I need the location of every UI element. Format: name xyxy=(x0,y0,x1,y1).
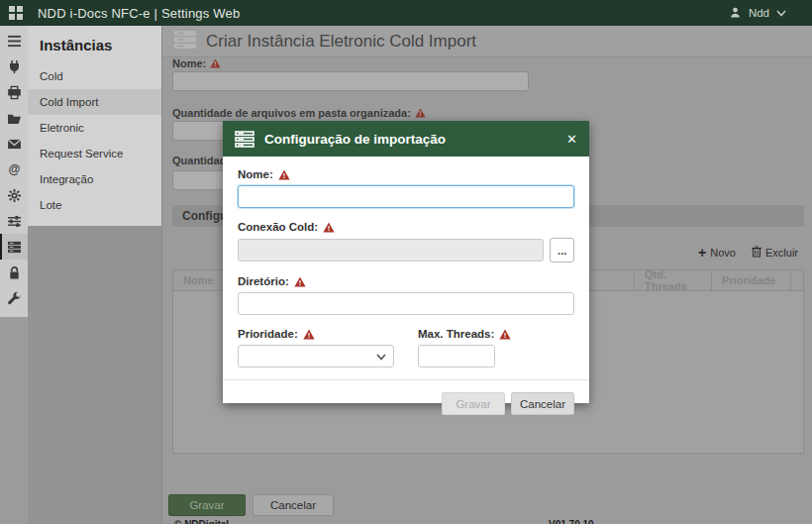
required-warning-icon: ! xyxy=(294,276,306,287)
column-header-empty xyxy=(791,270,803,290)
required-warning-icon: ! xyxy=(415,108,426,118)
modal-header: Configuração de importação ✕ xyxy=(223,121,589,157)
modal-server-icon xyxy=(235,131,254,148)
svg-text:!: ! xyxy=(215,60,217,67)
svg-text:!: ! xyxy=(504,331,507,340)
sidebar-item-request-service[interactable]: Request Service xyxy=(28,141,161,166)
envelope-icon[interactable] xyxy=(0,131,28,157)
user-name: Ndd xyxy=(749,7,769,19)
icon-rail: @ xyxy=(0,26,28,524)
column-header-prioridade[interactable]: Prioridade xyxy=(712,270,791,290)
sidebar-title: Instâncias xyxy=(28,26,161,63)
trash-icon xyxy=(752,246,761,260)
nome-input[interactable] xyxy=(172,71,529,91)
svg-text:!: ! xyxy=(328,224,331,233)
qtd-arquivos-label: Quantidade de arquivos em pasta organiza… xyxy=(172,107,426,119)
cancelar-button[interactable]: Cancelar xyxy=(253,494,334,516)
plus-icon: + xyxy=(698,246,706,260)
browse-button[interactable]: ... xyxy=(550,238,574,262)
sidebar-item-cold[interactable]: Cold xyxy=(28,63,161,89)
modal-max-threads-label: Max. Threads: ! xyxy=(418,328,511,340)
svg-text:!: ! xyxy=(307,331,310,340)
modal-diretorio-label: Diretório: ! xyxy=(238,275,574,287)
footer-version: V01.70.10 xyxy=(549,519,594,524)
folder-icon[interactable] xyxy=(0,105,28,131)
modal-cancelar-button[interactable]: Cancelar xyxy=(511,392,574,415)
sidebar-item-lote[interactable]: Lote xyxy=(28,192,161,218)
nome-label: Nome: ! xyxy=(172,57,221,69)
modal-gravar-button[interactable]: Gravar xyxy=(442,392,505,415)
top-bar: NDD i-Docs NFC-e | Settings Web Ndd xyxy=(0,0,812,26)
modal-prioridade-label: Prioridade: ! xyxy=(238,328,394,340)
sidebar-item-integracao[interactable]: Integração xyxy=(28,166,161,192)
app-grid-logo-icon[interactable] xyxy=(9,6,24,21)
prioridade-select[interactable] xyxy=(238,345,394,367)
footer-copyright: © NDDigital xyxy=(174,519,229,524)
novo-button[interactable]: + Novo xyxy=(698,246,736,260)
column-header-qtd-threads[interactable]: Qtd. Threads xyxy=(635,270,712,290)
modal-conexao-input xyxy=(238,239,544,262)
wrench-icon[interactable] xyxy=(0,285,28,311)
svg-text:!: ! xyxy=(299,278,302,287)
required-warning-icon: ! xyxy=(210,58,221,68)
sidebar: Instâncias Cold Cold Import Eletronic Re… xyxy=(28,26,162,524)
modal-conexao-label: Conexão Cold: ! xyxy=(238,221,574,233)
lock-icon[interactable] xyxy=(0,260,28,285)
excluir-button[interactable]: Excluir xyxy=(752,246,798,260)
menu-toggle-icon[interactable] xyxy=(0,28,28,53)
sliders-icon[interactable] xyxy=(0,208,28,234)
required-warning-icon: ! xyxy=(323,222,335,233)
svg-text:!: ! xyxy=(283,171,286,180)
modal-nome-input[interactable] xyxy=(238,185,574,208)
at-icon[interactable]: @ xyxy=(0,157,28,182)
gear-icon[interactable] xyxy=(0,182,28,208)
import-config-modal: Configuração de importação ✕ Nome: ! Con… xyxy=(223,121,589,403)
user-chevron-down-icon xyxy=(776,7,786,19)
app-title: NDD i-Docs NFC-e | Settings Web xyxy=(38,6,240,21)
sidebar-item-eletronic[interactable]: Eletronic xyxy=(28,115,161,141)
modal-title: Configuração de importação xyxy=(264,132,446,147)
sidebar-item-cold-import[interactable]: Cold Import xyxy=(28,89,161,115)
user-icon xyxy=(729,6,742,21)
chevron-down-icon xyxy=(376,354,386,361)
svg-text:@: @ xyxy=(8,162,20,176)
max-threads-input[interactable] xyxy=(418,345,495,367)
close-icon[interactable]: ✕ xyxy=(566,132,577,147)
plug-icon[interactable] xyxy=(0,53,28,79)
svg-text:!: ! xyxy=(419,110,421,117)
printer-icon[interactable] xyxy=(0,79,28,105)
server-icon[interactable] xyxy=(0,234,28,260)
page-server-icon xyxy=(172,29,198,54)
modal-nome-label: Nome: ! xyxy=(238,168,574,180)
required-warning-icon: ! xyxy=(278,169,290,180)
required-warning-icon: ! xyxy=(303,329,315,340)
user-menu[interactable]: Ndd xyxy=(729,6,786,21)
modal-diretorio-input[interactable] xyxy=(238,292,574,315)
app-window: NDD i-Docs NFC-e | Settings Web Ndd xyxy=(0,0,812,524)
required-warning-icon: ! xyxy=(499,329,511,340)
gravar-button[interactable]: Gravar xyxy=(168,494,246,516)
page-title: Criar Instância Eletronic Cold Import xyxy=(206,32,476,52)
